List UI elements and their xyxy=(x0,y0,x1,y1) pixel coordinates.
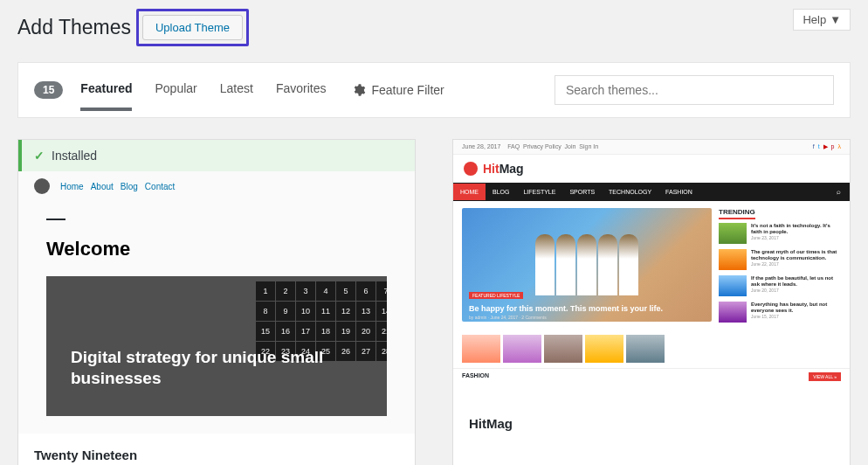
preview-thumbnails xyxy=(462,335,665,363)
trending-item: The great myth of our times is that tech… xyxy=(719,249,841,270)
chevron-down-icon: ▼ xyxy=(830,13,841,26)
preview-nav-item: TECHNOLOGY xyxy=(602,184,658,200)
preview-nav-item: HOME xyxy=(453,184,486,200)
theme-preview: Home About Blog Contact Welcome 12345678… xyxy=(18,171,415,434)
preview-nav-item: BLOG xyxy=(486,184,516,200)
theme-card[interactable]: June 28, 2017 FAQ Privacy Policy Join Si… xyxy=(452,139,851,465)
tab-latest[interactable]: Latest xyxy=(220,81,253,111)
preview-toplink: Privacy Policy xyxy=(523,143,561,149)
fashion-heading: FASHION xyxy=(462,372,489,381)
search-icon: ⌕ xyxy=(828,183,850,201)
theme-card[interactable]: ✓ Installed Home About Blog Contact Welc… xyxy=(17,139,416,465)
trending-item: It's not a faith in technology. It's fai… xyxy=(719,223,841,244)
upload-theme-button[interactable]: Upload Theme xyxy=(142,15,243,40)
preview-toplink: Sign In xyxy=(579,143,598,149)
theme-name: Twenty Nineteen xyxy=(18,434,415,465)
upload-highlight: Upload Theme xyxy=(136,9,249,46)
preview-nav-item: About xyxy=(91,182,114,191)
trending-item: Everything has beauty, but not everyone … xyxy=(719,302,841,323)
tab-favorites[interactable]: Favorites xyxy=(276,81,327,111)
social-icons: ft▶pλ xyxy=(813,143,841,150)
help-label: Help xyxy=(803,13,826,26)
filter-bar: 15 Featured Popular Latest Favorites Fea… xyxy=(17,62,851,118)
tab-featured[interactable]: Featured xyxy=(80,81,132,111)
avatar-icon xyxy=(34,178,50,194)
preview-nav-item: FASHION xyxy=(658,184,699,200)
viewall-badge: VIEW ALL » xyxy=(809,372,841,381)
preview-nav-item: Home xyxy=(60,182,84,191)
search-input[interactable] xyxy=(555,75,834,105)
preview-logo: HitMag xyxy=(483,162,524,176)
installed-label: Installed xyxy=(52,149,97,163)
trending-heading: TRENDING xyxy=(719,208,755,219)
preview-hero-title: Be happy for this moment. This moment is… xyxy=(469,304,663,313)
theme-name: HitMag xyxy=(453,402,850,445)
installed-banner: ✓ Installed xyxy=(18,140,415,171)
preview-toplink: FAQ xyxy=(507,143,520,149)
preview-hero-tag: FEATURED LIFESTYLE xyxy=(469,292,523,299)
preview-nav-item: Blog xyxy=(121,182,138,191)
theme-count-badge: 15 xyxy=(34,81,63,99)
preview-tagline: Digital strategy for unique small busine… xyxy=(71,347,387,390)
preview-nav-item: Contact xyxy=(145,182,175,191)
gear-icon xyxy=(352,83,366,97)
check-icon: ✓ xyxy=(34,149,45,163)
theme-preview: June 28, 2017 FAQ Privacy Policy Join Si… xyxy=(453,140,850,402)
help-toggle[interactable]: Help ▼ xyxy=(793,9,851,31)
preview-hero-meta: by admin · June 24, 2017 · 2 Comments xyxy=(469,315,547,320)
preview-heading: Welcome xyxy=(46,238,387,260)
trending-item: If the path be beautiful, let us not ask… xyxy=(719,275,841,296)
page-title: Add Themes xyxy=(17,16,131,39)
preview-nav-item: SPORTS xyxy=(562,184,602,200)
logo-icon xyxy=(464,162,478,176)
preview-date: June 28, 2017 xyxy=(462,143,500,149)
preview-hero-image: FEATURED LIFESTYLE Be happy for this mom… xyxy=(462,208,712,322)
preview-nav-item: LIFESTYLE xyxy=(516,184,562,200)
tab-popular[interactable]: Popular xyxy=(155,81,196,111)
feature-filter-label: Feature Filter xyxy=(371,83,444,97)
feature-filter-button[interactable]: Feature Filter xyxy=(352,83,444,97)
divider xyxy=(46,219,65,220)
preview-toplink: Join xyxy=(565,143,576,149)
